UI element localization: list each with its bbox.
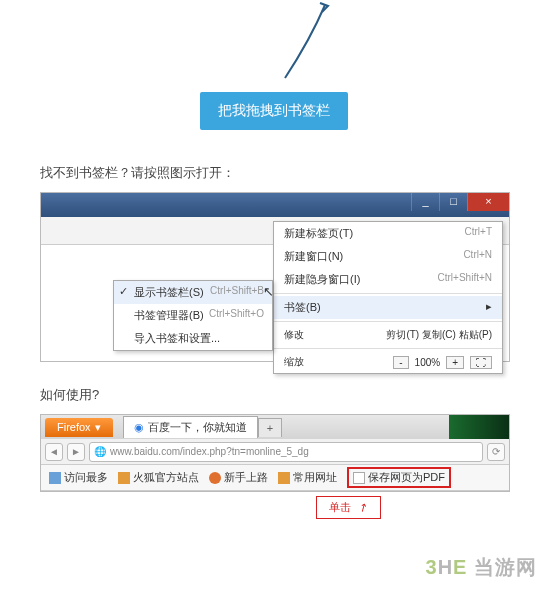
submenu-import[interactable]: 导入书签和设置...: [114, 327, 272, 350]
page-icon: [209, 472, 221, 484]
drag-badge[interactable]: 把我拖拽到书签栏: [200, 92, 348, 130]
menu-incognito[interactable]: 新建隐身窗口(I)Ctrl+Shift+N: [274, 268, 502, 291]
firefox-tabbar: Firefox▾ ◉百度一下，你就知道 +: [41, 415, 509, 439]
chrome-window: _ □ × ☆ 🔧 新建标签页(T)Ctrl+T 新建窗口(N)Ctrl+N 新…: [40, 192, 510, 362]
instruction-find-bookmark: 找不到书签栏？请按照图示打开：: [40, 164, 235, 182]
close-button[interactable]: ×: [467, 193, 509, 211]
firefox-tab[interactable]: ◉百度一下，你就知道: [123, 416, 258, 438]
zoom-out-button[interactable]: -: [393, 356, 408, 369]
menu-bookmarks[interactable]: 书签(B)▸: [274, 296, 502, 319]
titlebar: _ □ ×: [41, 193, 509, 217]
zoom-value: 100%: [415, 357, 441, 368]
cursor-icon: ↖: [263, 284, 274, 299]
tabbar-decoration: [449, 415, 509, 439]
firefox-urlbar-row: ◄ ► 🌐www.baidu.com/index.php?tn=monline_…: [41, 439, 509, 465]
watermark: 3HE 当游网: [426, 554, 537, 581]
bookmark-common[interactable]: 常用网址: [278, 470, 337, 485]
bookmark-most-visited[interactable]: 访问最多: [49, 470, 108, 485]
cut-button[interactable]: 剪切(T): [386, 329, 419, 340]
globe-icon: 🌐: [94, 446, 106, 457]
forward-button[interactable]: ►: [67, 443, 85, 461]
folder-icon: [118, 472, 130, 484]
copy-button[interactable]: 复制(C): [422, 329, 456, 340]
firefox-window: Firefox▾ ◉百度一下，你就知道 + ◄ ► 🌐www.baidu.com…: [40, 414, 510, 492]
reload-button[interactable]: ⟳: [487, 443, 505, 461]
submenu-show-bookmarks[interactable]: ✓显示书签栏(S)Ctrl+Shift+B: [114, 281, 272, 304]
firefox-button[interactable]: Firefox▾: [45, 418, 113, 437]
page-icon: [353, 472, 365, 484]
chrome-menu: 新建标签页(T)Ctrl+T 新建窗口(N)Ctrl+N 新建隐身窗口(I)Ct…: [273, 221, 503, 374]
menu-new-window[interactable]: 新建窗口(N)Ctrl+N: [274, 245, 502, 268]
baidu-favicon: ◉: [134, 421, 144, 434]
maximize-button[interactable]: □: [439, 193, 467, 211]
chevron-down-icon: ▾: [95, 421, 101, 434]
url-input[interactable]: 🌐www.baidu.com/index.php?tn=monline_5_dg: [89, 442, 483, 462]
instruction-how-to-use: 如何使用?: [40, 386, 99, 404]
minimize-button[interactable]: _: [411, 193, 439, 211]
new-tab-button[interactable]: +: [258, 418, 282, 437]
menu-zoom-row: 缩放-100%+⛶: [274, 351, 502, 373]
hand-arrow: [260, 0, 360, 95]
folder-icon: [278, 472, 290, 484]
bookmark-newbie[interactable]: 新手上路: [209, 470, 268, 485]
bookmark-firefox-official[interactable]: 火狐官方站点: [118, 470, 199, 485]
menu-new-tab[interactable]: 新建标签页(T)Ctrl+T: [274, 222, 502, 245]
zoom-in-button[interactable]: +: [446, 356, 464, 369]
click-annotation: 单击↗: [316, 496, 381, 519]
menu-edit-row: 修改剪切(T) 复制(C) 粘贴(P): [274, 324, 502, 346]
paste-button[interactable]: 粘贴(P): [459, 329, 492, 340]
back-button[interactable]: ◄: [45, 443, 63, 461]
firefox-bookmark-bar: 访问最多 火狐官方站点 新手上路 常用网址 保存网页为PDF: [41, 465, 509, 491]
arrow-icon: ↗: [356, 500, 370, 516]
bookmarks-submenu: ✓显示书签栏(S)Ctrl+Shift+B 书签管理器(B)Ctrl+Shift…: [113, 280, 273, 351]
fullscreen-button[interactable]: ⛶: [470, 356, 492, 369]
check-icon: ✓: [119, 285, 128, 298]
folder-icon: [49, 472, 61, 484]
submenu-bookmark-manager[interactable]: 书签管理器(B)Ctrl+Shift+O: [114, 304, 272, 327]
bookmark-save-pdf[interactable]: 保存网页为PDF: [347, 467, 451, 488]
